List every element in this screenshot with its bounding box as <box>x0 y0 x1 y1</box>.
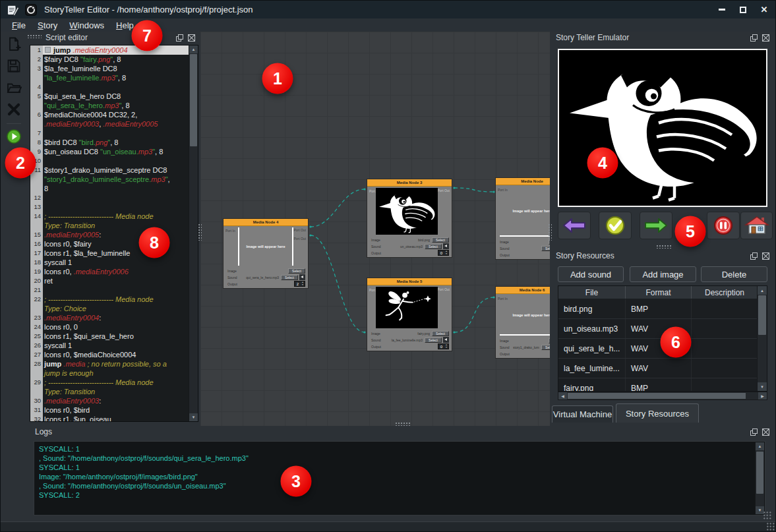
splitter-handle[interactable] <box>548 223 552 241</box>
column-header-format[interactable]: Format <box>626 286 692 299</box>
code-line[interactable]: 18syscall 1 <box>30 258 189 267</box>
scroll-down-icon[interactable]: ▼ <box>758 382 767 391</box>
port-out[interactable]: Port Out <box>293 237 306 241</box>
code-line[interactable]: 1jump .mediaEntry0004 <box>30 45 189 55</box>
code-line[interactable]: 11$story1_drako_luminelle_sceptre DC8"st… <box>30 165 189 193</box>
scroll-thumb[interactable] <box>758 295 766 335</box>
scroll-thumb[interactable] <box>190 54 197 146</box>
tab-virtual-machine[interactable]: Virtual Machine <box>552 405 613 423</box>
spinner-arrows-icon[interactable]: ▲▼ <box>444 251 448 255</box>
code-line[interactable]: 9$un_oiseau DC8 "un_oiseau.mp3", 8 <box>30 147 189 156</box>
select-button[interactable]: Select <box>432 237 449 243</box>
maximize-button[interactable] <box>733 3 753 16</box>
code-line[interactable]: 26syscall 1 <box>30 341 189 350</box>
node-graph-canvas[interactable]: Media Node 4Port InPort OutPort OutImage… <box>200 32 550 426</box>
code-line[interactable]: 23.mediaEntry0004: <box>30 313 189 322</box>
output-spinner[interactable]: 2▲▼ <box>294 281 305 287</box>
code-line[interactable]: 22; --------------------------- Media no… <box>30 295 189 313</box>
code-line[interactable]: 29; --------------------------- Media no… <box>30 378 189 396</box>
scroll-right-icon[interactable]: ▶ <box>758 392 767 399</box>
forward-button[interactable] <box>640 212 672 239</box>
graph-node[interactable]: Media Node 3Port InPort OutImagebird.png… <box>367 179 452 258</box>
code-line[interactable]: 21 <box>30 285 189 295</box>
ok-button[interactable] <box>599 212 632 239</box>
graph-node[interactable]: Media Node 6Port InImage will appear her… <box>495 286 550 359</box>
table-row[interactable]: bird.pngBMP <box>558 299 767 319</box>
code-line[interactable]: 13 <box>30 202 189 212</box>
code-line[interactable]: 20ret <box>30 276 189 285</box>
code-line[interactable]: 5$qui_sera_le_hero DC8"qui_sera_le_hero.… <box>30 92 189 110</box>
scroll-down-icon[interactable]: ▼ <box>189 413 198 421</box>
code-line[interactable]: 12 <box>30 193 189 202</box>
code-line[interactable]: 19lcons r0, .mediaEntry0006 <box>30 267 189 276</box>
table-hscrollbar[interactable]: ◀ ▶ <box>558 392 767 400</box>
float-panel-icon[interactable] <box>750 252 758 260</box>
speaker-icon[interactable] <box>299 274 305 280</box>
menu-file[interactable]: File <box>6 20 32 30</box>
close-panel-icon[interactable] <box>762 252 769 260</box>
dock-drag-handle[interactable] <box>27 34 42 38</box>
select-button[interactable]: Select <box>425 338 442 343</box>
open-folder-icon[interactable] <box>6 80 22 96</box>
scroll-thumb[interactable] <box>568 393 746 399</box>
close-panel-icon[interactable] <box>188 34 195 42</box>
select-button[interactable]: Select <box>281 275 298 280</box>
splitter-handle[interactable] <box>198 223 202 241</box>
tab-story-resources[interactable]: Story Resources <box>616 403 699 423</box>
code-line[interactable]: 30.mediaEntry0003: <box>30 396 189 405</box>
code-line[interactable]: 24lcons r0, 0 <box>30 322 189 332</box>
table-row[interactable]: fairy.pngBMP <box>558 378 767 392</box>
table-row[interactable]: la_fee_lumine...WAV <box>558 359 767 378</box>
scroll-up-icon[interactable]: ▲ <box>189 45 198 53</box>
code-line[interactable]: 31lcons r0, $bird <box>30 405 189 415</box>
float-panel-icon[interactable] <box>750 34 758 42</box>
spinner-arrows-icon[interactable]: ▲▼ <box>444 344 448 349</box>
minimize-button[interactable] <box>712 3 732 16</box>
splitter-handle[interactable] <box>656 245 672 249</box>
output-spinner[interactable]: 0▲▼ <box>438 250 449 256</box>
code-line[interactable]: 6$mediaChoice0004 DC32, 2,.mediaEntry000… <box>30 110 189 129</box>
spinner-arrows-icon[interactable]: ▲▼ <box>301 281 305 286</box>
float-panel-icon[interactable] <box>176 34 183 42</box>
column-header-file[interactable]: File <box>558 286 626 299</box>
port-out[interactable]: Port Out <box>293 228 306 232</box>
code-line[interactable]: 25lcons r1, $qui_sera_le_hero <box>30 332 189 341</box>
graph-node[interactable]: Media NodePort InImage will appear hereI… <box>495 177 550 260</box>
back-button[interactable] <box>558 212 591 239</box>
output-spinner[interactable]: 0▲▼ <box>438 343 449 349</box>
port-out[interactable]: Port Out <box>437 189 450 192</box>
code-line[interactable]: 8$bird DC8 "bird.png", 8 <box>30 138 189 147</box>
scroll-up-icon[interactable]: ▲ <box>758 286 767 295</box>
menu-windows[interactable]: Windows <box>63 20 110 30</box>
close-panel-icon[interactable] <box>762 34 769 42</box>
window-resize-grip[interactable] <box>766 522 775 531</box>
scroll-left-icon[interactable]: ◀ <box>558 392 567 399</box>
home-button[interactable] <box>740 212 773 239</box>
menu-story[interactable]: Story <box>32 20 63 30</box>
float-panel-icon[interactable] <box>750 429 758 436</box>
pause-button[interactable] <box>707 212 740 239</box>
new-file-icon[interactable] <box>6 36 22 52</box>
close-button[interactable]: ✕ <box>754 3 774 16</box>
port-out[interactable]: Port Out <box>437 287 450 291</box>
add-image-button[interactable]: Add image <box>630 266 696 282</box>
delete-button[interactable]: Delete <box>701 266 767 282</box>
code-line[interactable]: 10 <box>30 156 189 165</box>
code-line[interactable]: 2$fairy DC8 "fairy.png", 8 <box>30 55 189 64</box>
scroll-up-icon[interactable]: ▲ <box>756 442 764 450</box>
code-line[interactable]: 7 <box>30 129 189 138</box>
script-editor[interactable]: 1jump .mediaEntry00042$fairy DC8 "fairy.… <box>30 45 198 422</box>
save-icon[interactable] <box>6 58 22 74</box>
logs-output[interactable]: SYSCALL: 1, Sound: "/home/anthony/ostpro… <box>34 441 765 516</box>
code-line[interactable]: 14; --------------------------- Media no… <box>30 212 189 230</box>
speaker-icon[interactable] <box>443 243 449 249</box>
code-line[interactable]: 32lcons r1, $un_oiseau <box>30 415 189 421</box>
column-header-description[interactable]: Description <box>692 286 758 299</box>
close-x-icon[interactable] <box>6 102 22 117</box>
add-sound-button[interactable]: Add sound <box>558 266 624 282</box>
splitter-handle[interactable] <box>395 422 411 426</box>
speaker-icon[interactable] <box>443 337 449 343</box>
select-button[interactable]: Select <box>541 345 550 350</box>
graph-node[interactable]: Media Node 4Port InPort OutPort OutImage… <box>223 218 309 289</box>
select-button[interactable]: Select <box>541 246 550 251</box>
